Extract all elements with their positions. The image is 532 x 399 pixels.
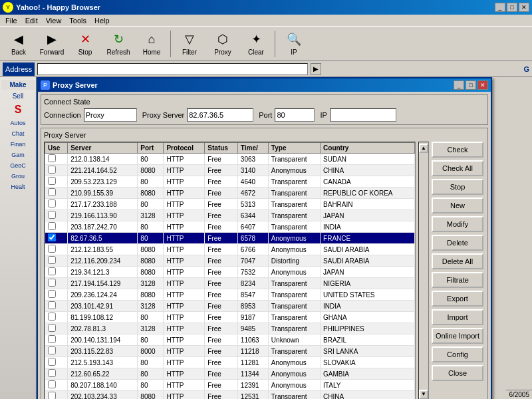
table-row[interactable]: 219.166.113.903128HTTPFree6344Transparen… <box>45 210 415 221</box>
row-checkbox[interactable] <box>48 392 56 399</box>
scroll-up-button[interactable]: ▲ <box>419 144 428 153</box>
row-checkbox[interactable] <box>48 290 56 298</box>
left-panel-item-healt[interactable]: Healt <box>1 182 35 192</box>
row-checkbox[interactable] <box>48 335 56 343</box>
proxy-server-addr-input[interactable] <box>187 108 253 122</box>
ip-button[interactable]: 🔍 IP <box>278 29 310 59</box>
back-button[interactable]: ◀ Back <box>3 29 35 59</box>
cell-type: Transparent <box>268 301 320 312</box>
table-row[interactable]: 80.207.188.14080HTTPFree12391AnonymousIT… <box>45 380 415 391</box>
table-row[interactable]: 219.34.121.38080HTTPFree7532AnonymousJAP… <box>45 267 415 278</box>
table-row[interactable]: 217.17.233.18880HTTPFree5313TransparentB… <box>45 199 415 210</box>
online-import-button[interactable]: Online Import <box>432 328 483 344</box>
filtrate-button[interactable]: Filtrate <box>432 272 483 288</box>
new-button[interactable]: New <box>432 198 483 213</box>
proxy-table-scroll[interactable]: Use Server Port Protocol Status Time/ Ty… <box>44 142 416 399</box>
check-button[interactable]: Check <box>432 142 483 158</box>
row-checkbox[interactable] <box>48 346 56 354</box>
row-checkbox[interactable] <box>48 211 56 219</box>
row-checkbox[interactable] <box>48 256 56 264</box>
row-checkbox[interactable] <box>48 166 56 174</box>
table-row[interactable]: 200.140.131.19480HTTPFree11063UnknownBRA… <box>45 334 415 346</box>
menu-edit[interactable]: Edit <box>21 16 42 25</box>
import-button[interactable]: Import <box>432 309 483 325</box>
table-row[interactable]: 210.99.155.398080HTTPFree4672Transparent… <box>45 188 415 199</box>
left-panel-item-geoc[interactable]: GeoC <box>1 161 35 170</box>
table-row[interactable]: 212.116.209.2348080HTTPFree7047Distortin… <box>45 255 415 267</box>
menu-help[interactable]: Help <box>90 16 114 25</box>
row-checkbox[interactable] <box>48 177 56 185</box>
left-panel-item-finan[interactable]: Finan <box>1 140 35 149</box>
table-row[interactable]: 203.115.22.838000HTTPFree11218Transparen… <box>45 346 415 357</box>
address-go-button[interactable]: ▶ <box>311 63 321 75</box>
dialog-minimize-button[interactable]: _ <box>454 80 464 90</box>
connection-input[interactable] <box>84 108 137 122</box>
dialog-maximize-button[interactable]: □ <box>466 80 476 90</box>
forward-button[interactable]: ▶ Forward <box>36 29 68 59</box>
left-panel-item-chat[interactable]: Chat <box>1 129 35 138</box>
left-panel-item-s[interactable]: S <box>1 102 35 117</box>
row-checkbox[interactable] <box>48 188 56 196</box>
table-row[interactable]: 212.5.193.14380HTTPFree11281AnonymousSLO… <box>45 357 415 368</box>
table-row[interactable]: 212.60.65.2280HTTPFree11344AnonymousGAMB… <box>45 368 415 380</box>
left-panel-item-make[interactable]: Make <box>1 80 35 90</box>
row-checkbox[interactable] <box>48 301 56 309</box>
table-row[interactable]: 212.0.138.1480HTTPFree3063TransparentSUD… <box>45 154 415 165</box>
left-panel-item-sell[interactable]: Sell <box>1 91 35 101</box>
row-checkbox[interactable] <box>48 313 56 321</box>
cell-port: 8080 <box>138 244 164 255</box>
left-panel-item-autos[interactable]: Autos <box>1 118 35 128</box>
table-row[interactable]: 81.199.108.1280HTTPFree9187TransparentGH… <box>45 312 415 323</box>
table-row[interactable]: 203.187.242.7080HTTPFree6407TransparentI… <box>45 221 415 233</box>
table-row[interactable]: 209.53.223.12980HTTPFree4640TransparentC… <box>45 176 415 188</box>
config-button[interactable]: Config <box>432 346 483 362</box>
scrollbar[interactable]: ▲ ▼ <box>418 142 429 399</box>
clear-button[interactable]: ✦ Clear <box>240 29 272 59</box>
row-checkbox[interactable] <box>48 369 56 377</box>
close-button[interactable]: ✕ <box>519 3 529 12</box>
table-row[interactable]: 203.101.42.913128HTTPFree8953Transparent… <box>45 301 415 312</box>
row-checkbox[interactable] <box>48 380 56 388</box>
table-row[interactable]: 212.12.183.558080HTTPFree6766AnonymousSA… <box>45 244 415 255</box>
menu-view[interactable]: View <box>42 16 66 25</box>
left-panel-item-grou[interactable]: Grou <box>1 172 35 181</box>
row-checkbox[interactable] <box>48 200 56 207</box>
row-checkbox[interactable] <box>48 245 56 253</box>
table-row[interactable]: 209.236.124.248080HTTPFree8547Transparen… <box>45 289 415 301</box>
ip-field-input[interactable] <box>330 108 396 122</box>
dialog-close-button[interactable]: ✕ <box>477 80 488 90</box>
table-row[interactable]: 217.194.154.1293128HTTPFree8234Transpare… <box>45 278 415 289</box>
row-checkbox[interactable] <box>48 222 56 230</box>
table-row[interactable]: 202.103.234.338080HTTPFree12531Transpare… <box>45 391 415 400</box>
proxy-button[interactable]: ⬡ Proxy <box>207 29 239 59</box>
home-button[interactable]: ⌂ Home <box>136 29 168 59</box>
close-button[interactable]: Close <box>432 365 483 381</box>
minimize-button[interactable]: _ <box>495 3 505 12</box>
row-checkbox[interactable] <box>48 154 56 162</box>
address-input[interactable] <box>37 63 308 75</box>
menu-tools[interactable]: Tools <box>65 16 90 25</box>
delete-button[interactable]: Delete <box>432 235 483 251</box>
row-checkbox[interactable] <box>48 358 56 366</box>
menu-file[interactable]: File <box>1 16 21 25</box>
cell-protocol: HTTP <box>164 278 205 289</box>
delete-all-button[interactable]: Delete All <box>432 253 483 269</box>
table-row[interactable]: 221.214.164.528080HTTPFree3140AnonymousC… <box>45 165 415 176</box>
stop-button[interactable]: Stop <box>432 179 483 195</box>
row-checkbox[interactable] <box>48 267 56 275</box>
left-panel-item-gam[interactable]: Gam <box>1 150 35 160</box>
filter-button[interactable]: ▽ Filter <box>174 29 205 59</box>
check-all-button[interactable]: Check All <box>432 160 483 176</box>
port-input[interactable] <box>275 108 315 122</box>
maximize-button[interactable]: □ <box>507 3 517 12</box>
row-checkbox[interactable] <box>48 233 56 241</box>
modify-button[interactable]: Modify <box>432 216 483 232</box>
refresh-button[interactable]: ↻ Refresh <box>102 29 134 59</box>
stop-button[interactable]: ✕ Stop <box>69 29 101 59</box>
table-row[interactable]: 202.78.81.33128HTTPFree9485TransparentPH… <box>45 323 415 334</box>
export-button[interactable]: Export <box>432 291 483 307</box>
table-row[interactable]: 82.67.36.580HTTPFree6578AnonymousFRANCE <box>45 233 415 244</box>
row-checkbox[interactable] <box>48 279 56 287</box>
scroll-down-button[interactable]: ▼ <box>419 390 428 399</box>
row-checkbox[interactable] <box>48 324 56 332</box>
